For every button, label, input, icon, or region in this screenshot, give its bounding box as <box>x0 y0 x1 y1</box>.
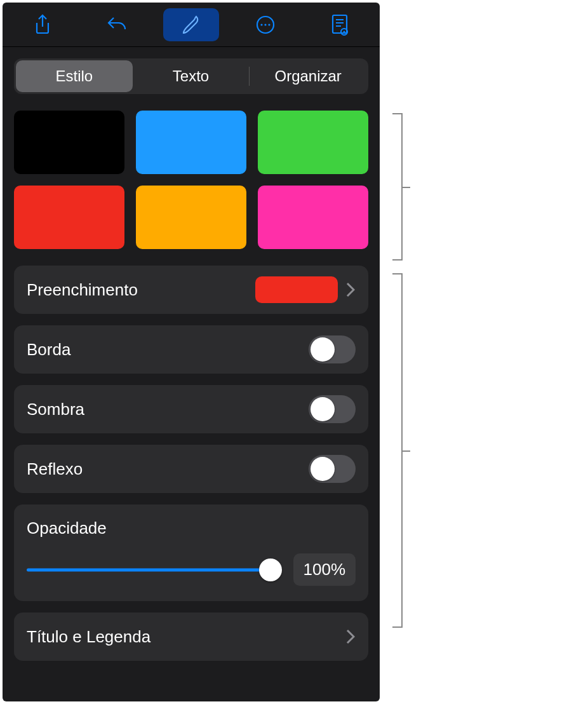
format-brush-icon[interactable] <box>163 8 219 41</box>
tabs-segmented: Estilo Texto Organizar <box>14 58 368 94</box>
swatch-orange[interactable] <box>136 186 246 249</box>
style-swatch-grid <box>14 111 368 249</box>
slider-thumb[interactable] <box>259 558 282 581</box>
title-caption-label: Título e Legenda <box>27 627 345 647</box>
reflection-toggle[interactable] <box>309 455 356 483</box>
fill-label: Preenchimento <box>27 280 255 300</box>
title-caption-row[interactable]: Título e Legenda <box>14 613 368 661</box>
reflection-label: Reflexo <box>27 459 309 479</box>
shadow-toggle[interactable] <box>309 395 356 423</box>
svg-point-3 <box>269 24 271 25</box>
opacity-block: Opacidade 100% <box>14 504 368 601</box>
swatch-black[interactable] <box>14 111 124 174</box>
reflection-row: Reflexo <box>14 445 368 493</box>
border-toggle[interactable] <box>309 335 356 363</box>
svg-point-1 <box>261 24 263 25</box>
tab-label: Texto <box>173 67 209 85</box>
tab-arrange[interactable]: Organizar <box>250 60 366 92</box>
tab-style[interactable]: Estilo <box>16 60 133 92</box>
swatch-green[interactable] <box>258 111 368 174</box>
tab-label: Estilo <box>55 67 93 85</box>
format-panel: Estilo Texto Organizar Preenchimento Bor… <box>3 3 380 701</box>
undo-icon[interactable] <box>89 8 145 41</box>
opacity-value[interactable]: 100% <box>293 553 356 586</box>
fill-row[interactable]: Preenchimento <box>14 266 368 314</box>
border-row: Borda <box>14 325 368 374</box>
share-icon[interactable] <box>15 8 70 41</box>
fill-color-chip <box>255 276 338 303</box>
chevron-right-icon <box>345 281 356 299</box>
tab-label: Organizar <box>274 67 341 85</box>
opacity-label: Opacidade <box>27 518 356 538</box>
shadow-row: Sombra <box>14 385 368 433</box>
svg-point-2 <box>265 24 267 25</box>
swatch-red[interactable] <box>14 186 124 249</box>
callout-bracket <box>390 113 403 261</box>
more-icon[interactable] <box>237 8 293 41</box>
callout-bracket <box>390 273 403 628</box>
presenter-notes-icon[interactable] <box>312 8 368 41</box>
style-controls: Preenchimento Borda Sombra Reflexo Opaci… <box>14 266 368 661</box>
shadow-label: Sombra <box>27 400 309 419</box>
tab-text[interactable]: Texto <box>133 60 250 92</box>
svg-point-5 <box>344 30 345 32</box>
opacity-slider[interactable] <box>27 561 281 579</box>
swatch-blue[interactable] <box>136 111 246 174</box>
top-toolbar <box>3 3 380 47</box>
chevron-right-icon <box>345 628 356 646</box>
border-label: Borda <box>27 340 309 360</box>
swatch-magenta[interactable] <box>258 186 368 249</box>
